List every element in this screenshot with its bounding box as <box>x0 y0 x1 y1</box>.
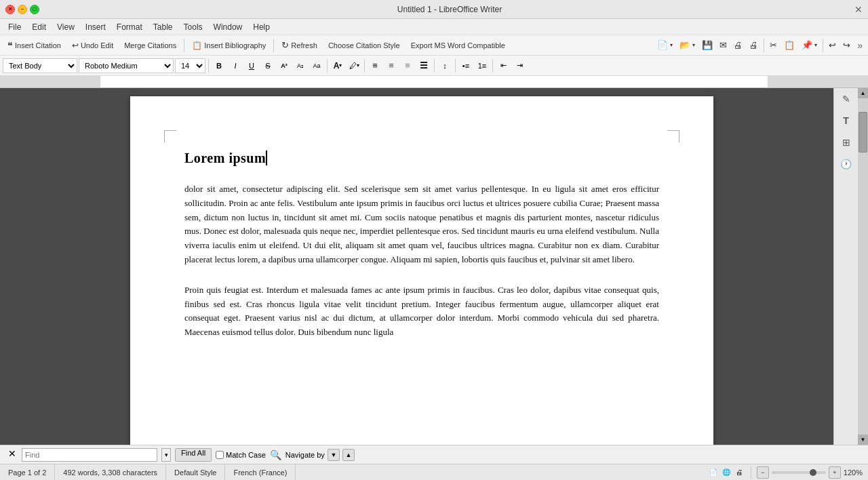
toolbar-icon-2[interactable]: 📂 ▾ <box>677 38 698 52</box>
menu-insert[interactable]: Insert <box>80 21 111 33</box>
paragraph-style-select[interactable]: Text Body <box>3 58 77 73</box>
indent-increase-button[interactable]: ⇥ <box>512 58 527 73</box>
line-spacing-button[interactable]: ↕ <box>437 58 452 73</box>
toolbar-icon-1[interactable]: 📄 ▾ <box>654 38 675 52</box>
zoom-in-btn[interactable]: + <box>829 466 841 479</box>
page-corner-tl <box>164 130 176 142</box>
toolbar-print2-icon[interactable]: 🖨 <box>747 38 761 52</box>
scroll-track[interactable] <box>858 98 868 435</box>
navigate-down-btn[interactable]: ▼ <box>328 449 340 461</box>
view-print-btn[interactable]: 🖨 <box>733 466 745 479</box>
menu-edit[interactable]: Edit <box>26 21 52 33</box>
document-paragraph-1[interactable]: dolor sit amet, consectetur adipiscing e… <box>184 182 659 267</box>
sidebar-clock-btn[interactable]: 🕐 <box>838 156 854 172</box>
align-right-button[interactable]: ≡ <box>400 58 415 73</box>
document-heading[interactable]: Lorem ipsum <box>184 151 659 166</box>
match-case-checkbox[interactable]: Match Case <box>216 451 266 459</box>
align-center-button[interactable]: ≡ <box>384 58 399 73</box>
toolbar-copy-icon[interactable]: 📋 <box>781 38 797 52</box>
window-close-right[interactable]: ✕ <box>854 4 863 15</box>
clear-format-button[interactable]: Aa <box>309 58 324 73</box>
findbar-close-btn[interactable]: ✕ <box>5 448 18 462</box>
menu-table[interactable]: Table <box>148 21 178 33</box>
menu-tools[interactable]: Tools <box>178 21 208 33</box>
toolbar-redo-icon[interactable]: ↪ <box>840 38 853 52</box>
zoom-level: 120% <box>844 468 863 477</box>
font-family-select[interactable]: Roboto Medium <box>79 58 174 73</box>
underline-button[interactable]: U <box>244 58 259 73</box>
menu-view[interactable]: View <box>52 21 80 33</box>
fmt-sep-6 <box>492 59 493 73</box>
sidebar-text-btn[interactable]: T <box>838 113 854 129</box>
maximize-button[interactable]: □ <box>30 5 39 14</box>
citations-toolbar: ❝ Insert Citation ↩ Undo Edit Merge Cita… <box>0 35 868 56</box>
highlight-color-button[interactable]: 🖊 ▾ <box>347 58 361 73</box>
bold-button[interactable]: B <box>212 58 226 73</box>
font-color-dropdown[interactable]: ▾ <box>339 62 342 68</box>
toolbar-email-icon[interactable]: ✉ <box>717 38 730 52</box>
choose-citation-style-label: Choose Citation Style <box>328 41 400 49</box>
view-normal-btn[interactable]: 📄 <box>707 466 719 479</box>
search-options-icon[interactable]: 🔍 <box>270 449 281 460</box>
toolbar-cut-icon[interactable]: ✂ <box>767 38 780 52</box>
minimize-button[interactable]: − <box>18 5 27 14</box>
italic-button[interactable]: I <box>228 58 243 73</box>
toolbar-print-icon[interactable]: 🖨 <box>731 38 745 52</box>
toolbar-sep-r1 <box>764 39 764 52</box>
document-paragraph-2[interactable]: Proin quis feugiat est. Interdum et male… <box>184 283 659 340</box>
right-sidebar: ✎ T ⊞ 🕐 <box>833 88 858 445</box>
scroll-up-btn[interactable]: ▲ <box>858 88 868 98</box>
toolbar-overflow-btn[interactable]: » <box>854 39 865 52</box>
navigate-up-btn[interactable]: ▲ <box>342 449 355 461</box>
menu-help[interactable]: Help <box>248 21 275 33</box>
bullet-list-button[interactable]: •≡ <box>458 58 473 73</box>
page-info-section: Page 1 of 2 <box>0 464 55 480</box>
sidebar-edit-btn[interactable]: ✎ <box>838 91 854 107</box>
toolbar-paste-icon[interactable]: 📌 ▾ <box>799 38 820 52</box>
indent-decrease-button[interactable]: ⇤ <box>496 58 511 73</box>
subscript-button[interactable]: A₂ <box>293 58 308 73</box>
document-scroll-area[interactable]: Lorem ipsum dolor sit amet, consectetur … <box>10 88 833 445</box>
text-cursor <box>266 151 267 165</box>
scroll-thumb[interactable] <box>859 112 867 153</box>
refresh-button[interactable]: ↻ Refresh <box>277 37 322 53</box>
edit-sidebar-icon: ✎ <box>842 94 850 104</box>
menu-window[interactable]: Window <box>208 21 248 33</box>
strikethrough-button[interactable]: S <box>260 58 275 73</box>
align-justify-button[interactable]: ☰ <box>416 58 431 73</box>
view-web-btn[interactable]: 🌐 <box>720 466 732 479</box>
superscript-button[interactable]: A² <box>277 58 292 73</box>
sidebar-grid-btn[interactable]: ⊞ <box>838 134 854 151</box>
vertical-scrollbar: ▲ ▼ <box>858 88 868 445</box>
highlight-dropdown[interactable]: ▾ <box>357 62 359 68</box>
zoom-slider[interactable] <box>772 471 826 474</box>
numbered-list-button[interactable]: 1≡ <box>475 58 490 73</box>
navigate-section: Navigate by ▼ ▲ <box>285 449 355 461</box>
insert-citation-button[interactable]: ❝ Insert Citation <box>3 37 66 54</box>
font-color-icon: A <box>334 61 340 71</box>
choose-citation-style-button[interactable]: Choose Citation Style <box>323 39 405 52</box>
undo-edit-button[interactable]: ↩ Undo Edit <box>67 38 118 53</box>
menu-file[interactable]: File <box>3 21 26 33</box>
grid-sidebar-icon: ⊞ <box>842 137 850 148</box>
menu-format[interactable]: Format <box>111 21 148 33</box>
font-size-select[interactable]: 14 <box>175 58 205 73</box>
undo-edit-label: Undo Edit <box>81 41 113 49</box>
zoom-out-btn[interactable]: − <box>757 466 769 479</box>
find-dropdown-btn[interactable]: ▾ <box>161 448 171 462</box>
close-button[interactable]: ✕ <box>5 5 15 14</box>
undo-edit-icon: ↩ <box>72 41 79 50</box>
language-section: French (France) <box>225 464 296 480</box>
merge-citations-button[interactable]: Merge Citations <box>119 39 181 52</box>
font-color-button[interactable]: A ▾ <box>330 58 345 73</box>
export-ms-word-button[interactable]: Export MS Word Compatible <box>406 39 510 52</box>
find-input[interactable] <box>22 448 157 462</box>
toolbar-save-icon[interactable]: 💾 <box>699 38 715 52</box>
find-all-btn[interactable]: Find All <box>175 448 212 462</box>
insert-bibliography-button[interactable]: 📋 Insert Bibliography <box>187 38 271 53</box>
toolbar-undo-icon[interactable]: ↩ <box>826 38 839 52</box>
align-left-button[interactable]: ≡ <box>368 58 382 73</box>
scroll-down-btn[interactable]: ▼ <box>858 435 868 445</box>
window-controls[interactable]: ✕ − □ <box>5 5 39 14</box>
match-case-input[interactable] <box>216 451 224 459</box>
